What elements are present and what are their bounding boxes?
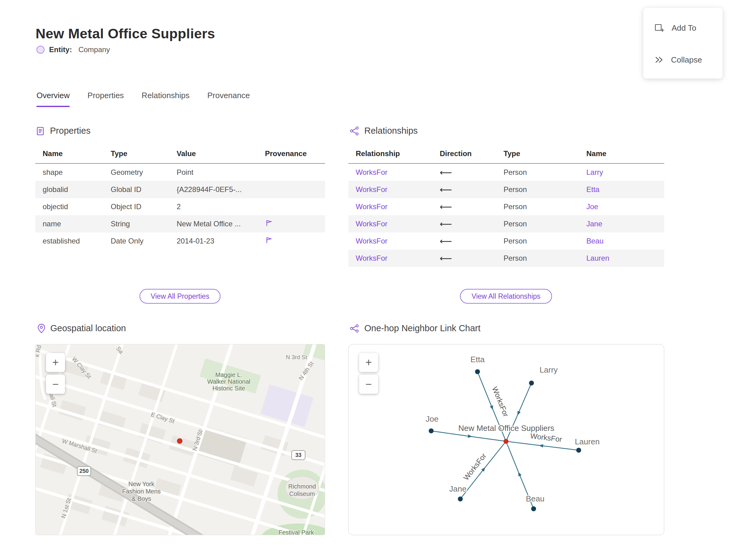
prop-type: Geometry [103,168,169,177]
tab-provenance[interactable]: Provenance [207,91,250,107]
entity-type-row: Entity: Company [36,45,110,54]
prop-name: shape [35,168,103,177]
direction-arrow: ⟵ [432,219,496,229]
prop-value: New Metal Office ... [169,220,258,228]
relationship-row: WorksFor ⟵ Person Joe [348,198,664,215]
place-label: Maggie L. [215,371,242,378]
geospatial-section-heading: Geospatial location [37,323,126,333]
relationship-link[interactable]: WorksFor [348,220,432,228]
edge-lauren-center [506,441,579,450]
prop-type: String [103,220,169,228]
center-node-label: New Metal Office Suppliers [458,424,554,433]
direction-arrow: ⟵ [432,253,496,263]
properties-heading-label: Properties [50,126,90,136]
map-zoom-out-button[interactable]: − [46,375,65,394]
link-chart-section-heading: One-hop Neighbor Link Chart [350,323,481,333]
entity-link[interactable]: Jane [579,220,664,228]
rel-type: Person [496,254,579,263]
tab-overview[interactable]: Overview [36,91,70,107]
prop-value: {A228944F-0EF5-... [169,185,258,194]
prop-type: Date Only [103,237,169,245]
add-to-icon [654,23,664,33]
rel-type: Person [496,168,579,177]
node-lauren[interactable] [576,448,581,453]
link-chart-heading-label: One-hop Neighbor Link Chart [364,323,481,333]
relationships-table-header: Relationship Direction Type Name [348,144,664,164]
relationship-link[interactable]: WorksFor [348,254,432,263]
relationships-icon [350,126,359,136]
add-to-label: Add To [672,23,696,33]
chart-zoom-in-button[interactable]: + [359,353,378,372]
svg-text:250: 250 [79,468,89,474]
entity-type-icon [36,46,44,54]
relationship-link[interactable]: WorksFor [348,185,432,194]
place-label: Festival Park [278,529,314,535]
collapse-button[interactable]: Collapse [654,50,723,69]
prop-provenance [258,236,325,246]
entity-link[interactable]: Larry [579,168,664,177]
rel-type: Person [496,237,579,245]
edge-label: WorksFor [530,432,562,443]
col-provenance: Provenance [258,149,325,158]
place-label: Coliseum [289,490,315,497]
col-name: Name [35,149,103,158]
edge-label: WorksFor [491,385,510,418]
place-label: New York [128,481,155,487]
prop-value: 2 [169,202,258,211]
place-label: Walker National [207,378,250,385]
relationship-link[interactable]: WorksFor [348,202,432,211]
node-joe[interactable] [429,428,434,433]
relationship-link[interactable]: WorksFor [348,237,432,245]
entity-link[interactable]: Beau [579,237,664,245]
col-name: Name [579,149,664,158]
prop-name: globalid [35,185,103,194]
relationship-link[interactable]: WorksFor [348,168,432,177]
relationships-section-heading: Relationships [350,126,418,136]
node-label-joe: Joe [426,414,439,424]
geospatial-heading-label: Geospatial location [50,323,126,333]
col-value: Value [169,149,258,158]
node-label-lauren: Lauren [575,437,600,446]
entity-type-value: Company [79,45,110,54]
direction-arrow: ⟵ [432,202,496,212]
place-label: Richmond [288,483,316,490]
relationship-row: WorksFor ⟵ Person Lauren [348,250,664,267]
place-label: Fashion Mens [122,488,161,495]
entity-link[interactable]: Lauren [579,254,664,263]
node-larry[interactable] [529,381,534,385]
geospatial-map[interactable]: + − [35,344,325,535]
link-chart[interactable]: + − WorksFor WorksFor WorksFor [348,344,664,535]
node-beau[interactable] [531,506,536,511]
node-label-jane: Jane [449,484,466,493]
relationships-table: Relationship Direction Type Name WorksFo… [348,144,664,267]
page-title: New Metal Office Suppliers [36,26,215,42]
map-zoom-in-button[interactable]: + [46,353,65,372]
property-row: shape Geometry Point [35,164,325,181]
place-label: Historic Site [213,385,245,392]
prop-type: Global ID [103,185,169,194]
provenance-flag-icon[interactable] [265,236,273,244]
chart-zoom-out-button[interactable]: − [359,375,378,394]
view-all-relationships-button[interactable]: View All Relationships [460,289,552,304]
actions-panel: Add To Collapse [643,8,723,79]
tab-relationships[interactable]: Relationships [142,91,190,107]
direction-arrow: ⟵ [432,167,496,178]
view-all-properties-button[interactable]: View All Properties [140,289,220,304]
prop-name: name [35,220,103,228]
relationship-row: WorksFor ⟵ Person Jane [348,215,664,232]
provenance-flag-icon[interactable] [265,219,273,227]
direction-arrow: ⟵ [432,185,496,195]
entity-link[interactable]: Joe [579,202,664,211]
prop-name: objectid [35,202,103,211]
prop-provenance [258,219,325,229]
add-to-button[interactable]: Add To [654,18,723,37]
link-chart-canvas: WorksFor WorksFor WorksFor Etta Larry Jo… [349,344,664,535]
entity-link[interactable]: Etta [579,185,664,194]
collapse-label: Collapse [671,55,702,65]
node-jane[interactable] [458,497,463,501]
tab-properties[interactable]: Properties [87,91,124,107]
node-label-beau: Beau [526,494,545,503]
node-etta[interactable] [475,369,480,374]
node-center[interactable] [504,439,508,444]
rel-type: Person [496,202,579,211]
